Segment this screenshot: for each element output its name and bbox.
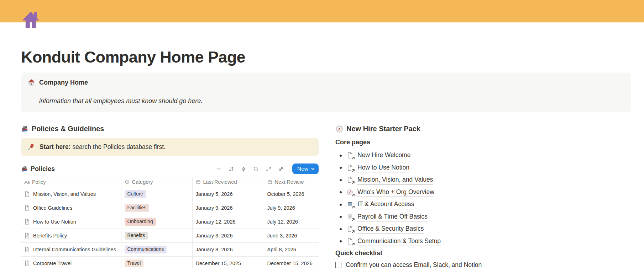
date-cell[interactable]: January 8, 2026 [192, 243, 264, 257]
page-link-icon [347, 238, 354, 245]
table-row: Corporate Travel Travel December 15, 202… [21, 257, 319, 268]
category-cell[interactable]: Onboarding [121, 215, 192, 229]
page-cell[interactable]: Benefits Policy [24, 233, 118, 238]
table-row: How to Use Notion Onboarding January 12,… [21, 215, 319, 229]
text-property-icon: Aa [24, 179, 30, 185]
date-cell[interactable]: October 5, 2026 [264, 187, 319, 201]
column-header-next-review[interactable]: Next Review [264, 177, 319, 187]
date-cell[interactable]: July 9, 2026 [264, 201, 319, 215]
date-cell[interactable]: April 8, 2026 [264, 243, 319, 257]
date-cell[interactable]: June 3, 2026 [264, 229, 319, 243]
compass-link-icon [347, 189, 354, 196]
column-header-category[interactable]: Category [121, 177, 192, 187]
table-row: Mission, Vision, and Values Culture Janu… [21, 187, 319, 201]
page-link-icon [347, 226, 354, 232]
arrow-up-right-icon [351, 181, 355, 184]
list-item: Office & Security Basics [340, 225, 631, 234]
list-item: Payroll & Time Off Basics [340, 213, 631, 222]
new-hire-heading: New Hire Starter Pack [346, 124, 420, 134]
home-icon[interactable] [21, 10, 41, 30]
category-cell[interactable]: Culture [121, 187, 192, 201]
link-whos-who-org-overview[interactable]: Who's Who + Org Overview [357, 188, 434, 197]
callout-note: information that all employees must know… [39, 97, 622, 105]
list-item: Mission, Vision, and Values [340, 176, 631, 185]
date-property-icon [196, 179, 201, 184]
page-icon [24, 191, 30, 197]
company-home-callout: Company Home information that all employ… [21, 73, 631, 112]
link-mission-vision-values[interactable]: Mission, Vision, and Values [357, 176, 433, 185]
arrow-up-right-icon [351, 169, 355, 172]
category-badge[interactable]: Facilities [125, 204, 150, 212]
search-icon[interactable] [253, 166, 259, 172]
category-badge[interactable]: Onboarding [125, 218, 156, 226]
link-communication-tools-setup[interactable]: Communication & Tools Setup [357, 237, 441, 246]
arrow-up-right-icon [351, 193, 355, 197]
page-cell[interactable]: How to Use Notion [24, 219, 118, 225]
quick-checklist-label: Quick checklist [335, 249, 631, 257]
books-icon [21, 166, 28, 172]
page-cell[interactable]: Office Guidelines [24, 205, 118, 211]
date-cell[interactable]: January 12, 2026 [192, 215, 264, 229]
table-row: Benefits Policy Benefits January 3, 2026… [21, 229, 319, 243]
house-icon [28, 79, 35, 86]
page-cell[interactable]: Corporate Travel [24, 261, 118, 266]
page-link-icon [347, 165, 354, 171]
books-icon [21, 125, 28, 133]
pushpin-icon [27, 143, 35, 151]
category-badge[interactable]: Culture [125, 190, 146, 198]
list-item: New Hire Welcome [340, 151, 631, 160]
filter-icon[interactable] [216, 166, 222, 172]
link-new-hire-welcome[interactable]: New Hire Welcome [357, 151, 410, 160]
start-here-callout: Start here: search the Policies database… [21, 138, 319, 156]
link-payroll-time-off[interactable]: Payroll & Time Off Basics [357, 213, 428, 222]
callout-title: Company Home [39, 79, 88, 86]
column-header-policy[interactable]: AaPolicy [21, 177, 121, 187]
list-item: Who's Who + Org Overview [340, 188, 631, 197]
date-cell[interactable]: July 12, 2026 [264, 215, 319, 229]
date-cell[interactable]: January 5, 2026 [192, 187, 264, 201]
policies-column: Policies & Guidelines Start here: search… [21, 124, 319, 268]
category-cell[interactable]: Facilities [121, 201, 192, 215]
date-cell[interactable]: December 15, 2025 [192, 257, 264, 268]
page-cell[interactable]: Mission, Vision, and Values [24, 191, 118, 197]
checklist-item-label: Confirm you can access Email, Slack, and… [346, 261, 482, 268]
category-cell[interactable]: Travel [121, 257, 192, 268]
automation-icon[interactable] [241, 166, 247, 172]
chevron-down-icon [311, 167, 315, 171]
date-cell[interactable]: December 15, 2026 [264, 257, 319, 268]
link-it-account-access[interactable]: IT & Account Access [357, 200, 414, 209]
new-button[interactable]: New [292, 164, 319, 174]
page-icon [24, 261, 30, 266]
page-content: Konduit Company Home Page Company Home i… [0, 10, 644, 268]
checkbox-unchecked[interactable] [335, 262, 341, 268]
category-badge[interactable]: Travel [125, 259, 144, 267]
link-office-security-basics[interactable]: Office & Security Basics [357, 225, 424, 234]
page-link-icon [347, 177, 354, 183]
date-property-icon [267, 179, 272, 184]
receipt-link-icon [347, 214, 354, 220]
column-header-last-reviewed[interactable]: Last Reviewed [192, 177, 264, 187]
category-cell[interactable]: Benefits [121, 229, 192, 243]
date-cell[interactable]: January 3, 2026 [192, 229, 264, 243]
laptop-link-icon [347, 201, 354, 208]
table-row: Internal Communications Guidelines Commu… [21, 243, 319, 257]
category-badge[interactable]: Communications [125, 246, 167, 253]
expand-icon[interactable] [266, 166, 272, 172]
page-icon [24, 219, 30, 225]
page-icon [24, 247, 30, 252]
database-title: Policies [31, 165, 55, 173]
link-how-to-use-notion[interactable]: How to Use Notion [357, 164, 409, 173]
checklist-item: Confirm you can access Email, Slack, and… [335, 261, 631, 268]
list-item: How to Use Notion [340, 164, 631, 173]
policies-table: AaPolicy Category Last Reviewed Next Rev… [21, 177, 319, 268]
date-cell[interactable]: January 9, 2026 [192, 201, 264, 215]
category-badge[interactable]: Benefits [125, 232, 148, 240]
arrow-up-right-icon [351, 230, 355, 234]
category-cell[interactable]: Communications [121, 243, 192, 257]
compass-icon [335, 125, 343, 133]
view-options-icon[interactable] [278, 166, 284, 172]
page-cell[interactable]: Internal Communications Guidelines [24, 247, 118, 252]
list-item: Communication & Tools Setup [340, 237, 631, 246]
sort-icon[interactable] [228, 166, 234, 172]
page-title[interactable]: Konduit Company Home Page [21, 48, 631, 67]
